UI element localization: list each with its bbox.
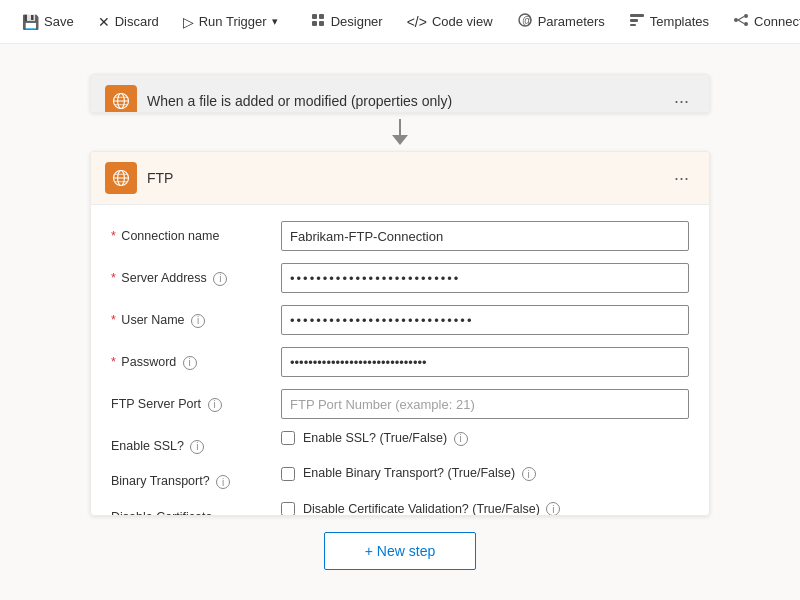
run-trigger-button[interactable]: ▷ Run Trigger ▾ (173, 8, 288, 36)
save-icon: 💾 (22, 14, 39, 30)
svg-rect-8 (630, 24, 636, 26)
svg-point-9 (734, 18, 738, 22)
svg-rect-6 (630, 14, 644, 17)
binary-transport-checkbox-label: Enable Binary Transport? (True/False) i (303, 466, 536, 481)
templates-label: Templates (650, 14, 709, 29)
user-name-input[interactable] (281, 305, 689, 335)
run-icon: ▷ (183, 14, 194, 30)
disable-cert-checkbox[interactable] (281, 502, 295, 516)
disable-cert-checkbox-row: Disable Certificate Validation? (True/Fa… (281, 502, 689, 516)
password-label: * Password i (111, 347, 271, 370)
enable-ssl-info-icon[interactable]: i (190, 440, 204, 454)
trigger-header: When a file is added or modified (proper… (91, 75, 709, 113)
disable-cert-checkbox-label: Disable Certificate Validation? (True/Fa… (303, 502, 560, 516)
svg-line-13 (738, 20, 744, 24)
code-view-label: Code view (432, 14, 493, 29)
disable-cert-row: Disable Certificate Validation? i Disabl… (111, 502, 689, 516)
ftp-port-input[interactable] (281, 389, 689, 419)
connection-name-input[interactable] (281, 221, 689, 251)
parameters-icon: @ (517, 12, 533, 31)
enable-ssl-checkbox-info-icon[interactable]: i (454, 432, 468, 446)
ftp-form: * Connection name * Server Address i * U… (91, 205, 709, 516)
enable-ssl-checkbox[interactable] (281, 431, 295, 445)
connection-name-label: * Connection name (111, 221, 271, 244)
ftp-title: FTP (147, 170, 658, 186)
binary-transport-info-icon[interactable]: i (216, 475, 230, 489)
trigger-title: When a file is added or modified (proper… (147, 93, 658, 109)
enable-ssl-checkbox-row: Enable SSL? (True/False) i (281, 431, 689, 446)
connectors-icon (733, 12, 749, 31)
templates-button[interactable]: Templates (619, 6, 719, 37)
save-button[interactable]: 💾 Save (12, 8, 84, 36)
run-trigger-label: Run Trigger (199, 14, 267, 29)
binary-transport-row: Binary Transport? i Enable Binary Transp… (111, 466, 689, 489)
user-name-label: * User Name i (111, 305, 271, 328)
svg-point-11 (744, 22, 748, 26)
svg-rect-2 (312, 21, 317, 26)
user-name-info-icon[interactable]: i (191, 314, 205, 328)
binary-transport-checkbox-row: Enable Binary Transport? (True/False) i (281, 466, 689, 481)
binary-transport-checkbox[interactable] (281, 467, 295, 481)
discard-icon: ✕ (98, 14, 110, 30)
disable-cert-label: Disable Certificate Validation? i (111, 502, 271, 516)
connectors-button[interactable]: Connectors (723, 6, 800, 37)
new-step-button[interactable]: + New step (324, 532, 476, 570)
password-info-icon[interactable]: i (183, 356, 197, 370)
parameters-label: Parameters (538, 14, 605, 29)
svg-rect-0 (312, 14, 317, 19)
connectors-label: Connectors (754, 14, 800, 29)
trigger-more-button[interactable]: ··· (668, 89, 695, 114)
ftp-icon (105, 162, 137, 194)
discard-label: Discard (115, 14, 159, 29)
enable-ssl-checkbox-label: Enable SSL? (True/False) i (303, 431, 468, 446)
connection-name-row: * Connection name (111, 221, 689, 251)
code-view-icon: </> (407, 14, 427, 30)
server-address-label: * Server Address i (111, 263, 271, 286)
password-input[interactable] (281, 347, 689, 377)
ftp-header: FTP ··· (91, 152, 709, 205)
server-address-row: * Server Address i (111, 263, 689, 293)
ftp-port-info-icon[interactable]: i (208, 398, 222, 412)
svg-rect-3 (319, 21, 324, 26)
new-step-label: + New step (365, 543, 435, 559)
templates-icon (629, 12, 645, 31)
ftp-port-label: FTP Server Port i (111, 389, 271, 412)
parameters-button[interactable]: @ Parameters (507, 6, 615, 37)
password-row: * Password i (111, 347, 689, 377)
designer-label: Designer (331, 14, 383, 29)
user-name-row: * User Name i (111, 305, 689, 335)
svg-rect-1 (319, 14, 324, 19)
enable-ssl-label: Enable SSL? i (111, 431, 271, 454)
binary-transport-label: Binary Transport? i (111, 466, 271, 489)
toolbar: 💾 Save ✕ Discard ▷ Run Trigger ▾ Designe… (0, 0, 800, 44)
ftp-block: FTP ··· * Connection name * Server Addre… (90, 151, 710, 516)
trigger-icon (105, 85, 137, 113)
save-label: Save (44, 14, 74, 29)
discard-button[interactable]: ✕ Discard (88, 8, 169, 36)
ftp-more-button[interactable]: ··· (668, 166, 695, 191)
trigger-block: When a file is added or modified (proper… (90, 74, 710, 113)
svg-point-10 (744, 14, 748, 18)
designer-button[interactable]: Designer (300, 6, 393, 37)
svg-rect-7 (630, 19, 638, 22)
designer-icon (310, 12, 326, 31)
code-view-button[interactable]: </> Code view (397, 8, 503, 36)
disable-cert-checkbox-info-icon[interactable]: i (546, 502, 560, 516)
server-address-input[interactable] (281, 263, 689, 293)
dropdown-chevron-icon: ▾ (272, 15, 278, 28)
server-address-info-icon[interactable]: i (213, 272, 227, 286)
canvas: When a file is added or modified (proper… (0, 44, 800, 600)
arrow-head (392, 135, 408, 145)
binary-transport-checkbox-info-icon[interactable]: i (522, 467, 536, 481)
ftp-port-row: FTP Server Port i (111, 389, 689, 419)
enable-ssl-row: Enable SSL? i Enable SSL? (True/False) i (111, 431, 689, 454)
svg-line-12 (738, 17, 744, 21)
svg-text:@: @ (522, 15, 532, 26)
flow-arrow (392, 119, 408, 145)
new-step-wrap: + New step (324, 532, 476, 570)
